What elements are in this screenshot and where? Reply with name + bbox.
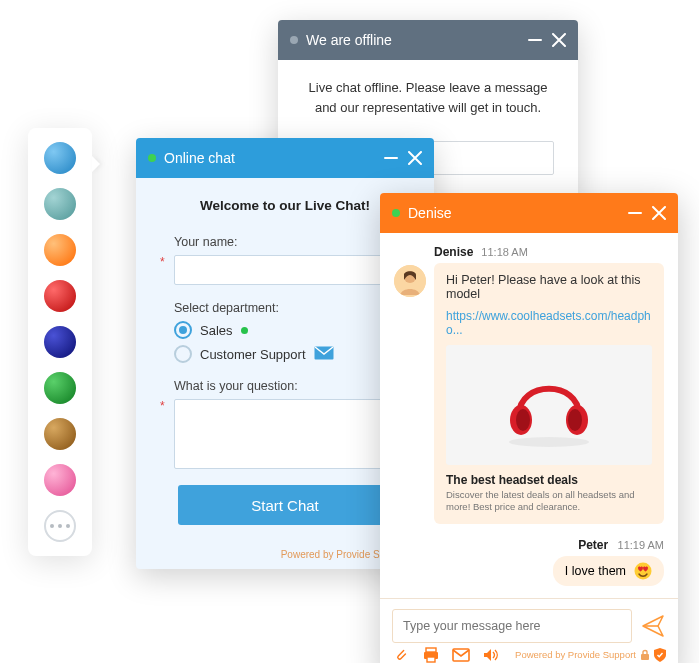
user-reply-bubble: I love them: [553, 556, 664, 586]
powered-by: Powered by Provide Support: [515, 648, 666, 662]
reply-meta: Peter 11:19 AM: [394, 538, 664, 552]
attachment-icon[interactable]: [392, 647, 410, 663]
online-header: Online chat: [136, 138, 434, 178]
name-input[interactable]: [174, 255, 410, 285]
dept-option-sales[interactable]: Sales: [160, 321, 410, 339]
offline-message: Live chat offline. Please leave a messag…: [302, 78, 554, 117]
dept-support-label: Customer Support: [200, 347, 306, 362]
status-dot-online: [392, 209, 400, 217]
question-label: What is your question:: [160, 379, 410, 393]
reply-text: I love them: [565, 564, 626, 578]
dept-option-support[interactable]: Customer Support: [160, 345, 410, 363]
color-swatch[interactable]: [44, 188, 76, 220]
avatar: [394, 265, 426, 297]
message-text: Hi Peter! Please have a look at this mod…: [446, 273, 652, 301]
welcome-text: Welcome to our Live Chat!: [160, 198, 410, 213]
preview-description: Discover the latest deals on all headset…: [446, 489, 652, 514]
offline-header: We are offline: [278, 20, 578, 60]
svg-rect-10: [426, 648, 436, 652]
dept-sales-label: Sales: [200, 323, 233, 338]
minimize-icon[interactable]: [628, 212, 642, 214]
message-author: Denise: [434, 245, 473, 259]
agent-title: Denise: [408, 205, 452, 221]
send-button[interactable]: [640, 613, 666, 639]
mail-icon[interactable]: [452, 647, 470, 663]
message-time: 11:18 AM: [481, 246, 527, 258]
shield-icon: [654, 648, 666, 662]
question-input[interactable]: [174, 399, 410, 469]
link-preview-image: [446, 345, 652, 465]
color-swatch[interactable]: [44, 464, 76, 496]
required-marker: *: [160, 399, 168, 413]
message-meta: Denise 11:18 AM: [394, 245, 664, 259]
svg-rect-12: [427, 657, 435, 662]
close-icon[interactable]: [552, 33, 566, 47]
required-marker: *: [160, 255, 168, 269]
dept-label: Select department:: [160, 301, 410, 315]
agent-window: Denise Denise 11:18 AM Hi Peter! Please …: [380, 193, 678, 663]
more-colors-button[interactable]: [44, 510, 76, 542]
reply-time: 11:19 AM: [618, 539, 664, 551]
start-chat-button[interactable]: Start Chat: [178, 485, 393, 525]
color-swatch[interactable]: [44, 326, 76, 358]
compose-input[interactable]: [392, 609, 632, 643]
close-icon[interactable]: [652, 206, 666, 220]
reply-author: Peter: [578, 538, 608, 552]
status-dot-offline: [290, 36, 298, 44]
radio-icon: [174, 345, 192, 363]
minimize-icon[interactable]: [384, 157, 398, 159]
status-dot-online: [241, 327, 248, 334]
mail-icon: [314, 346, 334, 363]
heart-eyes-emoji-icon: [634, 562, 652, 580]
lock-icon: [640, 649, 650, 661]
status-dot-online: [148, 154, 156, 162]
message-link[interactable]: https://www.coolheadsets.com/headpho...: [446, 309, 652, 337]
svg-point-3: [509, 437, 589, 447]
svg-point-5: [516, 409, 530, 431]
sound-icon[interactable]: [482, 647, 500, 663]
color-swatch[interactable]: [44, 418, 76, 450]
online-title: Online chat: [164, 150, 235, 166]
preview-title: The best headset deals: [446, 473, 652, 487]
name-label: Your name:: [160, 235, 410, 249]
agent-message-bubble: Hi Peter! Please have a look at this mod…: [434, 263, 664, 524]
color-swatch[interactable]: [44, 280, 76, 312]
close-icon[interactable]: [408, 151, 422, 165]
color-swatch[interactable]: [44, 234, 76, 266]
radio-icon: [174, 321, 192, 339]
color-swatch[interactable]: [44, 142, 76, 174]
svg-point-7: [568, 409, 582, 431]
agent-header: Denise: [380, 193, 678, 233]
svg-point-8: [635, 562, 652, 579]
color-swatch[interactable]: [44, 372, 76, 404]
offline-title: We are offline: [306, 32, 392, 48]
color-palette: [28, 128, 92, 556]
print-icon[interactable]: [422, 647, 440, 663]
svg-rect-14: [641, 654, 649, 660]
minimize-icon[interactable]: [528, 39, 542, 41]
